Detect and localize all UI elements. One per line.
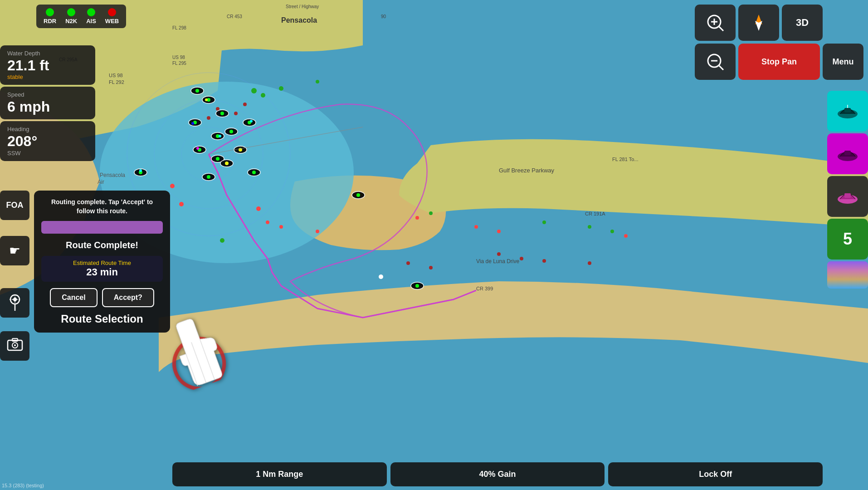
cancel-button[interactable]: Cancel — [50, 288, 97, 307]
estimated-time-value: 23 min — [49, 266, 156, 278]
svg-point-69 — [220, 160, 233, 167]
accept-button[interactable]: Accept? — [102, 288, 154, 307]
green-badge-button[interactable]: 5 — [827, 219, 868, 260]
svg-point-15 — [256, 206, 261, 211]
svg-point-78 — [248, 169, 260, 176]
north-arrow-button[interactable] — [738, 5, 779, 41]
svg-text:US 98: US 98 — [109, 73, 123, 78]
svg-point-22 — [474, 225, 478, 229]
svg-point-9 — [279, 86, 283, 91]
stop-pan-label: Stop Pan — [761, 57, 797, 67]
svg-point-26 — [610, 230, 614, 233]
gain-button[interactable]: 40% Gain — [390, 462, 605, 486]
svg-text:US 98: US 98 — [172, 55, 185, 60]
svg-point-56 — [205, 98, 208, 101]
status-indicators: RDR N2K AIS WEB — [36, 5, 126, 28]
svg-point-12 — [234, 112, 238, 115]
menu-button[interactable]: Menu — [823, 44, 863, 80]
ais-label: AIS — [86, 18, 96, 24]
left-data-panels: Water Depth 21.1 ft stable Speed 6 mph H… — [0, 45, 95, 161]
svg-point-5 — [170, 184, 175, 188]
svg-text:FL 292: FL 292 — [109, 79, 124, 85]
svg-point-60 — [216, 134, 219, 138]
top-right-row-1: 3D — [695, 5, 863, 41]
svg-point-66 — [196, 147, 199, 150]
hand-tool-button[interactable]: ☛ — [0, 236, 29, 265]
svg-text:Pensacola: Pensacola — [281, 16, 317, 24]
waypoint-button[interactable] — [0, 288, 29, 318]
svg-rect-117 — [844, 151, 851, 155]
svg-point-16 — [266, 220, 269, 224]
svg-point-67 — [211, 155, 224, 162]
camera-button[interactable] — [0, 331, 29, 361]
nm-range-button[interactable]: 1 Nm Range — [172, 462, 387, 486]
foa-button[interactable]: FOA — [0, 191, 29, 220]
svg-line-107 — [719, 26, 723, 31]
heading-sub: SSW — [7, 150, 88, 157]
svg-point-52 — [191, 87, 204, 94]
estimated-time-label: Estimated Route Time — [49, 260, 156, 266]
svg-point-77 — [239, 148, 242, 152]
svg-point-23 — [497, 230, 501, 233]
n2k-status: N2K — [65, 8, 77, 24]
route-progress-bar — [41, 221, 163, 234]
svg-point-80 — [189, 119, 201, 126]
zoom-out-button[interactable] — [695, 44, 736, 80]
north-arrow-icon — [749, 13, 769, 33]
svg-text:CR 191A: CR 191A — [585, 211, 605, 216]
3d-button[interactable]: 3D — [782, 5, 823, 41]
boat-magenta-button[interactable] — [827, 133, 868, 174]
heading-value: 208° — [7, 133, 88, 149]
zoom-in-button[interactable] — [695, 5, 736, 41]
svg-point-3 — [154, 100, 263, 209]
svg-point-11 — [243, 103, 247, 106]
svg-point-82 — [191, 122, 194, 125]
n2k-dot — [67, 8, 75, 16]
svg-text:Air: Air — [98, 179, 104, 185]
svg-point-63 — [229, 130, 233, 133]
svg-point-70 — [225, 162, 229, 165]
svg-point-13 — [216, 107, 219, 111]
n2k-label: N2K — [65, 18, 77, 24]
svg-point-99 — [14, 344, 16, 346]
svg-point-79 — [252, 171, 256, 174]
web-status: WEB — [105, 8, 119, 24]
svg-point-83 — [352, 191, 365, 199]
svg-rect-114 — [844, 108, 851, 113]
svg-text:FL 281 To...: FL 281 To... — [612, 157, 638, 162]
svg-line-90 — [209, 127, 363, 154]
svg-line-112 — [719, 65, 723, 70]
svg-point-62 — [225, 128, 238, 135]
lock-off-button[interactable]: Lock Off — [608, 462, 823, 486]
boat-dark-button[interactable] — [827, 176, 868, 217]
svg-text:Via de Luna Drive: Via de Luna Drive — [476, 258, 520, 265]
rdr-label: RDR — [44, 18, 56, 24]
stop-pan-button[interactable]: Stop Pan — [738, 44, 820, 80]
heading-label: Heading — [7, 126, 88, 132]
badge-value: 5 — [843, 230, 852, 249]
svg-text:FL 298: FL 298 — [172, 25, 186, 30]
svg-point-24 — [542, 220, 546, 224]
svg-point-58 — [220, 112, 224, 115]
svg-point-76 — [234, 146, 247, 153]
routing-buttons: Cancel Accept? — [41, 288, 163, 307]
svg-point-85 — [411, 282, 424, 289]
svg-text:Pensacola: Pensacola — [100, 172, 125, 178]
svg-point-73 — [243, 119, 256, 126]
svg-point-18 — [220, 238, 224, 243]
routing-panel: Routing complete. Tap 'Accept' to follow… — [34, 191, 170, 333]
speed-label: Speed — [7, 91, 88, 98]
top-right-controls: 3D Stop Pan Menu — [695, 5, 863, 80]
cyan-boat-icon — [835, 101, 860, 122]
svg-point-6 — [179, 202, 184, 206]
svg-point-87 — [134, 169, 147, 176]
heading-panel: Heading 208° SSW — [0, 121, 95, 161]
boat-cyan-button[interactable] — [827, 91, 868, 132]
svg-point-21 — [429, 211, 433, 215]
web-dot — [108, 8, 116, 16]
status-panel: RDR N2K AIS WEB — [36, 5, 126, 28]
svg-point-4 — [181, 127, 236, 181]
magenta-boat-icon — [835, 144, 860, 164]
bottom-toolbar: 1 Nm Range 40% Gain Lock Off — [172, 459, 823, 490]
svg-point-68 — [216, 157, 219, 161]
